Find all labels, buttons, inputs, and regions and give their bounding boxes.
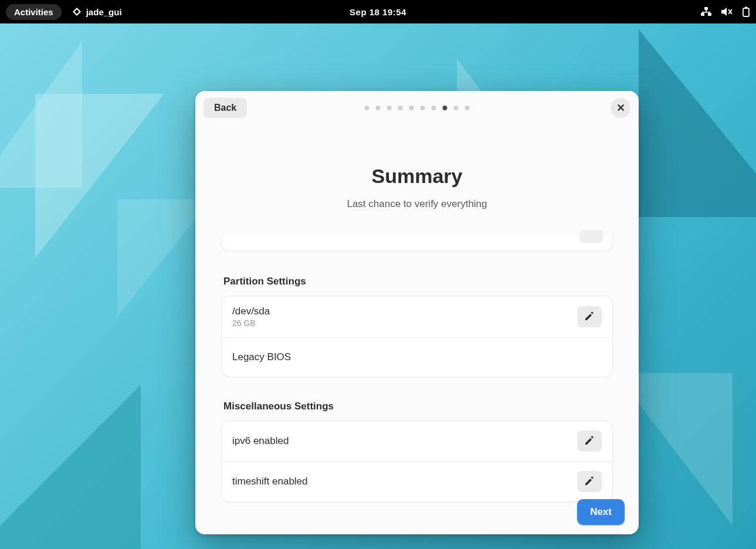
partition-disk-row: /dev/sda 26 GB — [222, 296, 612, 338]
misc-group: ipv6 enabled timeshift enabled — [221, 421, 613, 502]
ipv6-label: ipv6 enabled — [232, 435, 577, 447]
pager-dot — [454, 106, 459, 110]
pager-dot — [365, 106, 369, 110]
pager-dot — [376, 106, 381, 110]
desktop-wallpaper: Back ✕ Summary Last chance to verify eve… — [0, 23, 756, 549]
app-name-label: jade_gui — [86, 7, 122, 17]
app-icon — [72, 7, 82, 16]
back-button[interactable]: Back — [204, 98, 247, 118]
pager-dot — [398, 106, 403, 110]
svg-rect-8 — [709, 12, 710, 13]
ipv6-row: ipv6 enabled — [222, 421, 612, 462]
network-icon — [701, 7, 711, 16]
volume-muted-icon — [721, 7, 733, 16]
disk-size-label: 26 GB — [232, 318, 577, 328]
clock-label: Sep 18 19:54 — [350, 7, 406, 17]
clock[interactable]: Sep 18 19:54 — [350, 7, 406, 17]
battery-icon — [742, 6, 750, 17]
pager-dot — [421, 106, 425, 110]
svg-rect-6 — [702, 12, 710, 13]
activities-button[interactable]: Activities — [6, 4, 62, 20]
partition-heading: Partition Settings — [223, 276, 611, 287]
pager-dot — [432, 106, 436, 110]
pager-dot — [409, 106, 414, 110]
window-content[interactable]: Summary Last chance to verify everything… — [195, 125, 639, 534]
edit-ipv6-button[interactable] — [577, 431, 602, 452]
svg-rect-5 — [706, 10, 707, 12]
system-tray[interactable] — [701, 6, 750, 17]
svg-rect-9 — [743, 8, 749, 16]
edit-partition-button[interactable] — [577, 306, 602, 327]
edit-timeshift-button[interactable] — [577, 471, 602, 492]
next-button-label: Next — [590, 506, 612, 517]
disk-path-label: /dev/sda — [232, 306, 577, 317]
pencil-icon — [584, 435, 595, 448]
svg-rect-2 — [704, 7, 708, 10]
installer-window: Back ✕ Summary Last chance to verify eve… — [195, 91, 639, 534]
partition-group: /dev/sda 26 GB Legacy BIOS — [221, 296, 613, 377]
pencil-icon — [584, 476, 595, 488]
page-subtitle: Last chance to verify everything — [221, 198, 613, 210]
page-indicator — [365, 106, 470, 110]
pager-dot-active — [443, 106, 448, 110]
timeshift-row: timeshift enabled — [222, 462, 612, 501]
svg-rect-7 — [702, 12, 703, 13]
boot-mode-label: Legacy BIOS — [232, 351, 602, 363]
pencil-icon — [584, 311, 595, 323]
timeshift-label: timeshift enabled — [232, 476, 577, 487]
headerbar: Back ✕ — [195, 91, 639, 125]
pager-dot — [387, 106, 392, 110]
previous-group-peek — [221, 236, 613, 251]
pager-dot — [465, 106, 470, 110]
close-button[interactable]: ✕ — [611, 98, 630, 118]
next-button[interactable]: Next — [577, 499, 625, 525]
boot-mode-row: Legacy BIOS — [222, 338, 612, 377]
misc-heading: Miscellaneous Settings — [223, 401, 611, 412]
footer: Next — [577, 499, 625, 525]
back-button-label: Back — [214, 103, 236, 113]
close-icon: ✕ — [616, 101, 625, 114]
svg-rect-10 — [745, 7, 747, 9]
activities-label: Activities — [14, 7, 53, 17]
gnome-topbar: Activities jade_gui Sep 18 19:54 — [0, 0, 756, 23]
app-menu[interactable]: jade_gui — [72, 7, 122, 17]
page-title: Summary — [221, 165, 613, 188]
